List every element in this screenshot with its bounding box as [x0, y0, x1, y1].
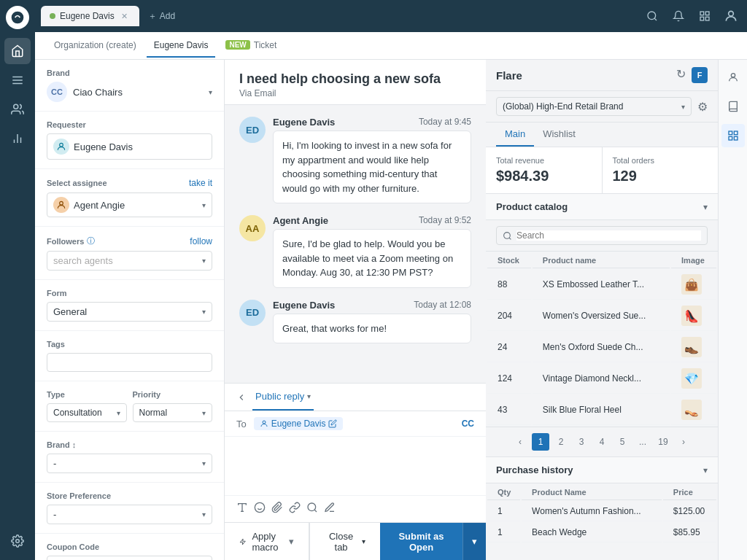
message-3-name: Eugene Davis — [273, 300, 335, 311]
brand-settings-icon[interactable]: ⚙ — [697, 100, 708, 114]
svg-line-10 — [654, 18, 657, 20]
nav-home[interactable] — [4, 38, 31, 64]
brand-select-field[interactable]: (Global) High-End Retail Brand ▾ — [496, 97, 692, 116]
nav-settings[interactable] — [4, 528, 31, 554]
prev-page-button[interactable]: ‹ — [511, 433, 529, 451]
message-2-header: Agent Angie Today at 9:52 — [273, 215, 471, 226]
link-icon[interactable] — [289, 502, 301, 516]
flare-header: Flare ↻ F — [486, 60, 718, 91]
followers-search[interactable]: search agents ▾ — [47, 251, 212, 271]
reply-editor[interactable] — [225, 437, 486, 495]
tab-add-button[interactable]: ＋ Add — [142, 7, 181, 26]
app-logo[interactable] — [6, 6, 29, 29]
flare-tab-wishlist[interactable]: Wishlist — [534, 122, 584, 147]
purchase-history-section-header[interactable]: Purchase history ▾ — [486, 456, 718, 483]
apply-macro-button[interactable]: Apply macro ▾ — [225, 523, 309, 560]
profile-icon[interactable] — [721, 6, 741, 26]
message-3-content: Eugene Davis Today at 12:08 Great, that … — [273, 300, 471, 344]
emoji-icon[interactable] — [254, 502, 266, 516]
svg-rect-32 — [734, 136, 738, 140]
page-last-button[interactable]: 19 — [654, 433, 672, 451]
search-kb-icon[interactable] — [306, 502, 318, 516]
message-1: ED Eugene Davis Today at 9:45 Hi, I'm lo… — [239, 117, 471, 203]
requester-name: Eugene Davis — [74, 141, 133, 152]
message-2: AA Agent Angie Today at 9:52 Sure, I'd b… — [239, 215, 471, 288]
reply-toolbar — [225, 495, 486, 522]
tab-public-reply[interactable]: Public reply ▾ — [252, 384, 314, 411]
product-catalog-section-header[interactable]: Product catalog ▾ — [486, 193, 718, 220]
submit-dropdown-button[interactable]: ▾ — [462, 523, 486, 561]
brand-sort-field[interactable]: - ▾ — [47, 454, 212, 473]
product-search-input[interactable] — [516, 230, 701, 241]
info-icon[interactable]: ⓘ — [87, 236, 95, 246]
requester-field[interactable]: Eugene Davis — [47, 133, 212, 160]
side-nav-user-icon[interactable] — [721, 66, 745, 89]
product-table: Stock Product name Image 88 XS Embossed … — [486, 252, 718, 427]
type-value: Consultation — [53, 408, 112, 418]
flare-tab-main[interactable]: Main — [496, 122, 534, 147]
flare-tabs: Main Wishlist — [486, 122, 718, 147]
next-page-button[interactable]: › — [675, 433, 692, 451]
attach-icon[interactable] — [271, 502, 283, 516]
product-table-row: 204 Women's Oversized Sue... 👠 — [487, 301, 716, 331]
new-badge: NEW — [225, 40, 249, 50]
ticket-via: Via Email — [239, 88, 471, 98]
page-5-button[interactable]: 5 — [614, 433, 631, 451]
form-field[interactable]: General ▾ — [47, 302, 212, 322]
create-article-icon[interactable] — [324, 502, 336, 516]
purchase-table-row: 1 Women's Autumn Fashion... $125.00 — [487, 502, 716, 521]
assignee-field[interactable]: Agent Angie ▾ — [47, 192, 212, 217]
brand-chevron[interactable]: ▾ — [209, 88, 212, 96]
follow-link[interactable]: follow — [190, 236, 212, 246]
cc-button[interactable]: CC — [462, 419, 474, 429]
svg-rect-13 — [705, 17, 709, 20]
search-icon[interactable] — [642, 6, 662, 26]
tab-close-button[interactable]: ✕ — [119, 10, 131, 22]
product-name: Men's Oxford Suede Ch... — [533, 332, 670, 362]
take-it-link[interactable]: take it — [189, 178, 212, 188]
followers-label: Followers ⓘ — [47, 236, 95, 246]
nav-views[interactable] — [4, 67, 31, 93]
page-2-button[interactable]: 2 — [552, 433, 570, 451]
tags-label: Tags — [47, 340, 212, 349]
product-name: XS Embossed Leather T... — [533, 270, 670, 300]
type-field[interactable]: Consultation ▾ — [47, 403, 127, 422]
svg-point-21 — [255, 502, 264, 512]
sub-tab-ticket[interactable]: NEW Ticket — [218, 34, 284, 58]
svg-rect-14 — [700, 17, 704, 20]
edit-icon[interactable] — [328, 419, 337, 428]
nav-reports[interactable] — [4, 125, 31, 152]
priority-field-wrap: Priority Normal ▾ — [133, 390, 213, 422]
reply-to-row: To Eugene Davis CC — [225, 411, 486, 437]
qty-col-header: Qty — [487, 485, 520, 500]
page-3-button[interactable]: 3 — [573, 433, 590, 451]
sub-tab-eugene-davis[interactable]: Eugene Davis — [147, 34, 216, 58]
recipient-chip[interactable]: Eugene Davis — [254, 417, 344, 430]
nav-customers[interactable] — [4, 96, 31, 122]
recipient-name: Eugene Davis — [271, 419, 326, 429]
tags-input[interactable] — [47, 353, 212, 372]
product-name-col-header: Product name — [533, 253, 670, 268]
side-nav-book-icon[interactable] — [721, 95, 745, 118]
page-1-button[interactable]: 1 — [532, 433, 549, 451]
store-pref-section: Store Preference - ▾ — [35, 483, 224, 534]
priority-field[interactable]: Normal ▾ — [133, 403, 213, 422]
text-format-icon[interactable] — [236, 502, 248, 516]
message-3-body: Great, that works for me! — [273, 314, 471, 344]
tab-eugene-davis[interactable]: Eugene Davis ✕ — [41, 6, 139, 26]
page-4-button[interactable]: 4 — [593, 433, 611, 451]
total-revenue-box: Total revenue $984.39 — [486, 147, 602, 193]
tab-status-dot — [50, 13, 55, 19]
refresh-icon[interactable]: ↻ — [676, 67, 686, 83]
side-nav-apps-icon[interactable] — [721, 124, 745, 147]
close-tab-button[interactable]: Close tab ▾ — [309, 523, 380, 561]
coupon-input[interactable] — [47, 556, 212, 560]
notifications-icon[interactable] — [668, 6, 689, 26]
image-col-header: Image — [671, 253, 716, 268]
sub-tab-org-create[interactable]: Organization (create) — [47, 34, 144, 58]
grid-icon[interactable] — [694, 6, 715, 26]
message-3-header: Eugene Davis Today at 12:08 — [273, 300, 471, 311]
reply-tab-collapse[interactable] — [236, 388, 247, 407]
submit-button[interactable]: Submit as Open — [380, 523, 462, 561]
store-pref-field[interactable]: - ▾ — [47, 505, 212, 524]
